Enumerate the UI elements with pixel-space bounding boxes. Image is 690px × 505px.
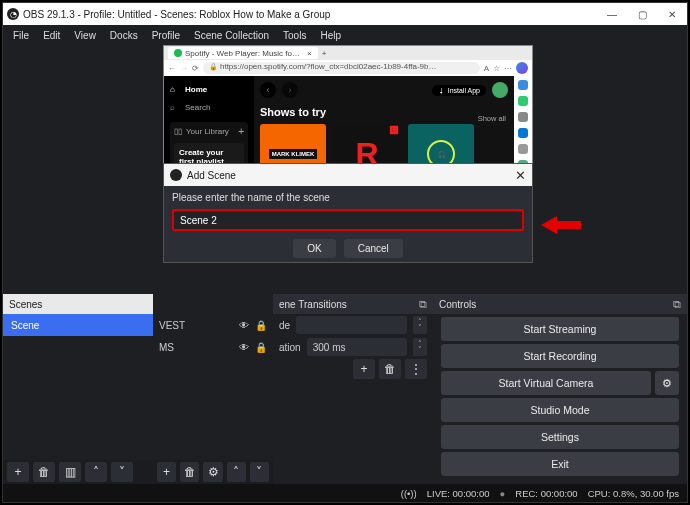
controls-body: Start Streaming Start Recording Start Vi… xyxy=(433,314,687,484)
transition-add-button[interactable]: + xyxy=(353,359,375,379)
scene-item[interactable]: Scene xyxy=(3,314,153,336)
cancel-button[interactable]: Cancel xyxy=(344,239,403,258)
show-all-link[interactable]: Show all xyxy=(478,114,506,123)
nav-home[interactable]: ⌂Home xyxy=(170,82,248,96)
transition-remove-button[interactable]: 🗑 xyxy=(379,359,401,379)
favorites-icon[interactable]: ☆ xyxy=(493,64,500,73)
controls-dock: Controls⧉ Start Streaming Start Recordin… xyxy=(433,294,687,484)
menu-help[interactable]: Help xyxy=(314,28,347,43)
transition-mode-row: de ˄˅ xyxy=(273,314,433,336)
menu-edit[interactable]: Edit xyxy=(37,28,66,43)
nav-forward-icon[interactable]: › xyxy=(282,82,298,98)
menu-tools[interactable]: Tools xyxy=(277,28,312,43)
start-virtual-camera-button[interactable]: Start Virtual Camera xyxy=(441,371,651,395)
install-app-button[interactable]: ⭣Install App xyxy=(432,85,486,96)
sources-dock: x VEST👁🔒 MS👁🔒 + 🗑 ⚙ ˄ ˅ xyxy=(153,294,273,484)
visibility-icon[interactable]: 👁 xyxy=(239,320,249,331)
start-recording-button[interactable]: Start Recording xyxy=(441,344,679,368)
controls-header: Controls⧉ xyxy=(433,294,687,314)
menu-docks[interactable]: Docks xyxy=(104,28,144,43)
studio-mode-button[interactable]: Studio Mode xyxy=(441,398,679,422)
source-item[interactable]: MS👁🔒 xyxy=(153,336,273,358)
duration-input[interactable]: 300 ms xyxy=(307,338,407,356)
transition-menu-button[interactable]: ⋮ xyxy=(405,359,427,379)
network-icon: ((•)) xyxy=(401,488,417,499)
transitions-body: de ˄˅ ation 300 ms ˄˅ + 🗑 ⋮ xyxy=(273,314,433,484)
add-scene-dialog: Add Scene ✕ Please enter the name of the… xyxy=(163,163,533,263)
duration-label: ation xyxy=(279,342,301,353)
mode-stepper[interactable]: ˄˅ xyxy=(413,316,427,334)
minimize-button[interactable]: — xyxy=(597,3,627,25)
read-icon[interactable]: A xyxy=(484,64,489,73)
library-header[interactable]: ▯▯Your Library+ xyxy=(174,126,244,137)
scene-down-button[interactable]: ˅ xyxy=(111,462,133,482)
source-up-button[interactable]: ˄ xyxy=(227,462,246,482)
sidebar-icon[interactable] xyxy=(518,96,528,106)
sources-toolbar: + 🗑 ⚙ ˄ ˅ xyxy=(153,460,273,484)
window-title: OBS 29.1.3 - Profile: Untitled - Scenes:… xyxy=(23,9,330,20)
add-scene-button[interactable]: + xyxy=(7,462,29,482)
visibility-icon[interactable]: 👁 xyxy=(239,342,249,353)
forward-icon[interactable]: → xyxy=(180,64,188,73)
menu-profile[interactable]: Profile xyxy=(146,28,186,43)
obs-logo-icon xyxy=(170,169,182,181)
remove-source-button[interactable]: 🗑 xyxy=(180,462,199,482)
menu-view[interactable]: View xyxy=(68,28,102,43)
ok-button[interactable]: OK xyxy=(293,239,335,258)
library-icon: ▯▯ xyxy=(174,127,182,136)
tab-close-icon[interactable]: × xyxy=(307,49,312,58)
browser-tab[interactable]: Spotify - Web Player: Music fo… × xyxy=(168,47,318,59)
remove-scene-button[interactable]: 🗑 xyxy=(33,462,55,482)
transition-duration-row: ation 300 ms ˄˅ xyxy=(273,336,433,358)
source-properties-button[interactable]: ⚙ xyxy=(203,462,222,482)
library-add-icon[interactable]: + xyxy=(238,126,244,137)
docks: Scenes Scene + 🗑 ▥ ˄ ˅ x VEST👁🔒 MS👁🔒 xyxy=(3,294,687,484)
scenes-header: Scenes xyxy=(3,294,153,314)
popout-icon[interactable]: ⧉ xyxy=(673,298,681,311)
svg-marker-0 xyxy=(541,216,581,234)
nav-back-icon[interactable]: ‹ xyxy=(260,82,276,98)
scenes-dock: Scenes Scene + 🗑 ▥ ˄ ˅ xyxy=(3,294,153,484)
copilot-icon[interactable] xyxy=(516,62,528,74)
status-rec: REC: 00:00:00 xyxy=(515,488,577,499)
new-tab-button[interactable]: + xyxy=(322,49,327,58)
duration-stepper[interactable]: ˄˅ xyxy=(413,338,427,356)
scene-filter-button[interactable]: ▥ xyxy=(59,462,81,482)
refresh-icon[interactable]: ⟳ xyxy=(192,64,199,73)
menu-dots-icon[interactable]: ⋯ xyxy=(504,64,512,73)
sidebar-icon[interactable] xyxy=(518,112,528,122)
transition-select[interactable] xyxy=(296,316,407,334)
scenes-toolbar: + 🗑 ▥ ˄ ˅ xyxy=(3,460,153,484)
address-bar[interactable]: 🔒 https://open.spotify.com/?flow_ctx=dbc… xyxy=(203,62,480,74)
maximize-button[interactable]: ▢ xyxy=(627,3,657,25)
download-icon: ⭣ xyxy=(438,87,445,94)
spotify-favicon-icon xyxy=(174,49,182,57)
menu-file[interactable]: File xyxy=(7,28,35,43)
back-icon[interactable]: ← xyxy=(168,64,176,73)
source-down-button[interactable]: ˅ xyxy=(250,462,269,482)
scene-up-button[interactable]: ˄ xyxy=(85,462,107,482)
close-button[interactable]: ✕ xyxy=(657,3,687,25)
popout-icon[interactable]: ⧉ xyxy=(419,298,427,311)
scene-name-input[interactable]: Scene 2 xyxy=(172,209,524,231)
status-cpu: CPU: 0.8%, 30.00 fps xyxy=(588,488,679,499)
menu-scene-collection[interactable]: Scene Collection xyxy=(188,28,275,43)
tab-title: Spotify - Web Player: Music fo… xyxy=(185,49,300,58)
lock-icon[interactable]: 🔒 xyxy=(255,342,267,353)
sidebar-icon[interactable] xyxy=(518,80,528,90)
sidebar-icon[interactable] xyxy=(518,144,528,154)
virtual-camera-settings-button[interactable]: ⚙ xyxy=(655,371,679,395)
dialog-close-button[interactable]: ✕ xyxy=(515,168,526,183)
dialog-body: Please enter the name of the scene Scene… xyxy=(164,186,532,264)
browser-tabstrip: Spotify - Web Player: Music fo… × + xyxy=(164,46,532,60)
statusbar: ((•)) LIVE: 00:00:00 ● REC: 00:00:00 CPU… xyxy=(3,484,687,502)
nav-search[interactable]: ⌕Search xyxy=(170,100,248,114)
exit-button[interactable]: Exit xyxy=(441,452,679,476)
add-source-button[interactable]: + xyxy=(157,462,176,482)
lock-icon[interactable]: 🔒 xyxy=(255,320,267,331)
start-streaming-button[interactable]: Start Streaming xyxy=(441,317,679,341)
settings-button[interactable]: Settings xyxy=(441,425,679,449)
source-item[interactable]: VEST👁🔒 xyxy=(153,314,273,336)
avatar[interactable] xyxy=(492,82,508,98)
sidebar-icon[interactable] xyxy=(518,128,528,138)
